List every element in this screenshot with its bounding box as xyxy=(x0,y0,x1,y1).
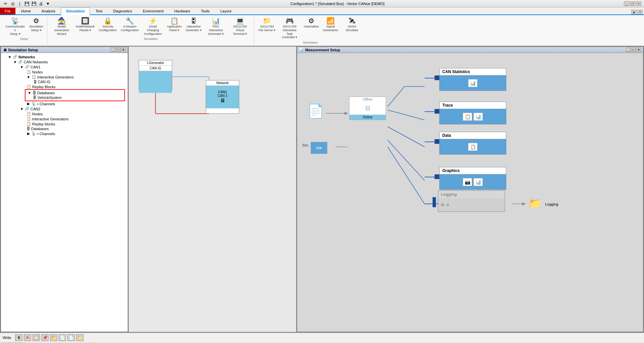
tab-diagnostics[interactable]: Diagnostics xyxy=(108,7,137,14)
graphics-icon2[interactable]: 📊 xyxy=(473,178,483,186)
tree-can1-channels[interactable]: ▶ 📡 • Channels xyxy=(6,101,126,106)
gnss-simulator-btn[interactable]: 🛰 GNSS Simulator xyxy=(340,16,364,33)
offline-online-box[interactable]: Offline ⊟ Online xyxy=(349,97,386,120)
save-doc2-btn[interactable]: 📄 xyxy=(67,334,75,341)
tree-can1-igenerators[interactable]: ▼ 📋 Interactive Generators xyxy=(6,74,126,79)
tab-test[interactable]: Test xyxy=(90,7,107,14)
logging-pause-icon[interactable]: ⏸ xyxy=(446,203,450,207)
app-panel-icon: 📋 xyxy=(170,17,179,24)
minimize-btn[interactable]: _ xyxy=(624,1,629,6)
node-network-panels-btn[interactable]: 🔲 Node/NetworkPanels ▾ xyxy=(74,16,96,33)
graphics-block[interactable]: Graphics 📷 📊 xyxy=(439,167,506,190)
copy-btn[interactable]: 📋 xyxy=(33,334,40,341)
tab-analysis[interactable]: Analysis xyxy=(37,7,60,14)
meas-panel-maximize[interactable]: □ xyxy=(631,48,636,52)
print-icon[interactable]: 🖨 xyxy=(38,1,44,7)
data-block[interactable]: Data 📋 xyxy=(439,132,506,155)
tree-can2-channels[interactable]: ▶ 📡 • Channels xyxy=(6,131,126,136)
pdu-interactive-btn[interactable]: 📊 PDU InteractiveGenerator ▾ xyxy=(204,16,228,37)
connector-trace[interactable] xyxy=(435,109,439,114)
sim-panel-minimize[interactable]: _ xyxy=(111,48,115,52)
signal-generators-btn[interactable]: 📶 SignalGenerators xyxy=(321,16,340,33)
tree-can2-replay[interactable]: 📋 Replay blocks xyxy=(6,121,126,126)
ribbon-help-btn[interactable]: ? xyxy=(637,10,643,14)
tree-can2-nodes[interactable]: 📋 Nodes xyxy=(6,111,126,116)
can-statistics-block[interactable]: CAN Statistics 📊 xyxy=(439,68,506,91)
stop-btn[interactable]: ✕ xyxy=(24,334,31,341)
sim-panel-title: Simulation Setup xyxy=(8,48,38,52)
can2-db-icon: 🗄 xyxy=(26,127,30,131)
iso-task-ctrl-btn[interactable]: 🎮 ISO11783 InteractiveTask Controller ▾ xyxy=(278,16,301,40)
connector-data[interactable] xyxy=(435,139,439,144)
tree-replay-blocks[interactable]: 📋 Replay Blocks xyxy=(6,84,126,89)
tree-vehicle-system[interactable]: 🗄 VehicleSystem xyxy=(26,95,124,100)
maximize-btn[interactable]: □ xyxy=(630,1,635,6)
ribbon-tabs: File Home Analysis Simulation Test Diagn… xyxy=(0,7,644,15)
simulation-setup-btn[interactable]: ⚙ SimulationSetup ▾ xyxy=(27,16,45,33)
tree-can-ig[interactable]: 🎛 CAN IG xyxy=(6,79,126,84)
communication-setup-btn[interactable]: 📡 CommunicationSetup ▾ xyxy=(3,16,27,37)
sim-panel-maximize[interactable]: □ xyxy=(116,48,120,52)
trace-icon2[interactable]: 📊 xyxy=(473,113,483,121)
iso-file-server-btn[interactable]: 📁 ISO11783File Server ▾ xyxy=(257,16,277,33)
networks-icon: 🔗 xyxy=(13,55,17,59)
meas-panel-header: 📊 Measurement Setup _ □ × xyxy=(297,47,643,53)
trace-icon1[interactable]: 📋 xyxy=(463,113,472,121)
tab-tools[interactable]: Tools xyxy=(196,7,215,14)
graphics-icon1[interactable]: 📷 xyxy=(463,178,472,186)
folder-btn[interactable]: 📁 xyxy=(76,334,83,341)
tab-environment[interactable]: Environment xyxy=(138,7,169,14)
igenerator-node[interactable]: I-Generator CAN IG xyxy=(139,60,172,90)
can-stats-icon[interactable]: 📊 xyxy=(468,79,477,87)
logging-block[interactable]: Logging ⏸ xyxy=(438,190,505,212)
sim-button[interactable]: >> xyxy=(311,142,327,154)
canopen-config-btn[interactable]: 🔧 CANopenConfiguration xyxy=(119,16,141,33)
tree-can1[interactable]: ▼ 🔗 CAN1 xyxy=(5,64,126,69)
smart-charging-btn[interactable]: ⚡ Smart ChargingConfiguration xyxy=(141,16,165,37)
pause-btn[interactable]: ⏸ xyxy=(15,334,22,341)
save-doc-btn[interactable]: 📄 xyxy=(59,334,66,341)
title-bar: ✏ ◎ | 💾 💾 🖨 ▼ Configuration1 * [Simulate… xyxy=(0,0,644,7)
ribbon-collapse-btn[interactable]: ▲ xyxy=(631,10,637,14)
trace-block[interactable]: Trace 📋 📊 xyxy=(439,102,506,124)
tree-can2-databases[interactable]: 🗄 Databases xyxy=(6,126,126,131)
edit-icon[interactable]: ✏ xyxy=(3,1,9,7)
dropdown-icon[interactable]: ▼ xyxy=(45,1,51,7)
connector-logging[interactable] xyxy=(433,197,436,207)
stimulation-group-label: Stimulation xyxy=(303,41,318,44)
interactive-gen-btn[interactable]: 🎛 InteractiveGenerator ▾ xyxy=(184,16,203,33)
automation-btn[interactable]: ⚙ Automation xyxy=(302,16,321,30)
iso-virtual-terminal-btn[interactable]: 💻 ISO11783 VirtualTerminal ▾ xyxy=(228,16,252,37)
connector-can-stats[interactable] xyxy=(435,75,439,80)
tree-can2[interactable]: ▼ 🔗 CAN2 xyxy=(5,106,126,111)
tab-simulation[interactable]: Simulation xyxy=(61,7,90,15)
tab-file[interactable]: File xyxy=(0,8,15,14)
model-gen-wizard-btn[interactable]: 🧙 Model GenerationWizard xyxy=(50,16,73,37)
app-panel-btn[interactable]: 📋 ApplicationPanel ▾ xyxy=(165,16,183,33)
circle-icon[interactable]: ◎ xyxy=(10,1,16,7)
data-icon[interactable]: 📋 xyxy=(468,143,477,151)
igenerator-subheader: CAN IG xyxy=(139,66,172,71)
tree-can2-igenerators[interactable]: 📋 Interactive Generators xyxy=(6,116,126,121)
meas-panel-close[interactable]: × xyxy=(636,48,641,52)
network-node[interactable]: Network CAN1 CAN 1 🖥 xyxy=(206,80,239,114)
pin-btn[interactable]: 📌 xyxy=(41,334,49,341)
sim-panel-close[interactable]: × xyxy=(121,48,126,52)
save2-icon[interactable]: 💾 xyxy=(31,1,37,7)
security-config-btn[interactable]: 🔒 SecurityConfiguration xyxy=(97,16,119,33)
meas-panel-minimize[interactable]: _ xyxy=(626,48,631,52)
tab-layout[interactable]: Layout xyxy=(215,7,236,14)
ribbon-group-setup: 📡 CommunicationSetup ▾ ⚙ SimulationSetup… xyxy=(1,16,47,45)
save-icon[interactable]: 💾 xyxy=(24,1,30,7)
signal-gen-icon: 📶 xyxy=(326,17,335,24)
tab-hardware[interactable]: Hardware xyxy=(169,7,195,14)
tab-home[interactable]: Home xyxy=(16,7,36,14)
tree-networks[interactable]: ▼ 🔗 Networks xyxy=(2,54,126,59)
tree-can-networks[interactable]: ▼ 🔗 CAN Networks xyxy=(4,59,126,64)
close-btn[interactable]: × xyxy=(636,1,641,6)
tree-databases[interactable]: ▼ 🗄 Databases xyxy=(26,91,124,95)
tree-can1-nodes[interactable]: 📋 Nodes xyxy=(6,69,126,74)
open-btn[interactable]: 📂 xyxy=(50,334,57,341)
online-label[interactable]: Online xyxy=(349,115,386,120)
connector-graphics[interactable] xyxy=(435,174,439,179)
